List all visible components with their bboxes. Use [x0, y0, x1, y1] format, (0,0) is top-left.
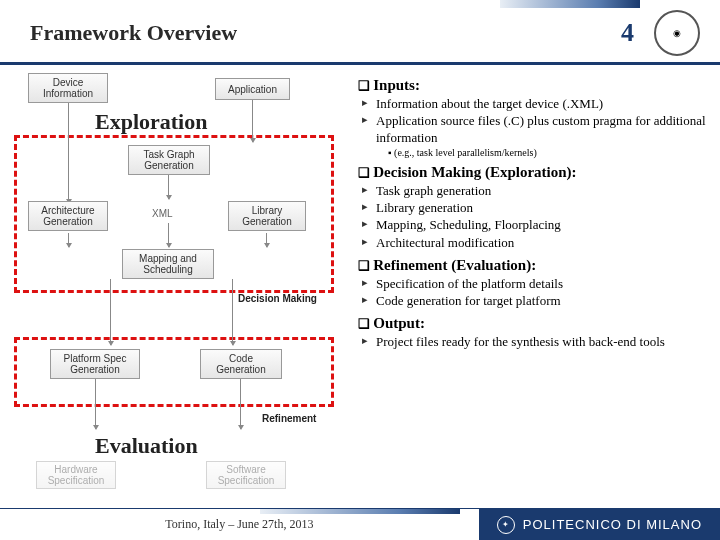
- arrow-icon: [110, 279, 111, 345]
- phase-decision-label: Decision Making: [238, 293, 317, 304]
- node-device-info: Device Information: [28, 73, 108, 103]
- arrow-icon: [68, 233, 69, 247]
- footer-org-label: POLITECNICO DI MILANO: [523, 517, 702, 532]
- decision-item: Library generation: [376, 200, 710, 216]
- slide-body: Device Information Application Explorati…: [0, 65, 720, 493]
- section-inputs: Inputs: Information about the target dev…: [358, 77, 710, 158]
- arrow-icon: [266, 233, 267, 247]
- text-column: Inputs: Information about the target dev…: [350, 73, 710, 493]
- node-lib-gen: Library Generation: [228, 201, 306, 231]
- label-evaluation: Evaluation: [95, 433, 198, 459]
- slide-title: Framework Overview: [30, 20, 621, 46]
- page-number: 4: [621, 18, 634, 48]
- section-decision: Decision Making (Exploration): Task grap…: [358, 164, 710, 251]
- section-title: Output:: [358, 315, 710, 332]
- node-hw-spec: Hardware Specification: [36, 461, 116, 489]
- slide-footer: Torino, Italy – June 27th, 2013 ✦ POLITE…: [0, 508, 720, 540]
- refinement-item: Code generation for target platform: [376, 293, 710, 309]
- arrow-icon: [95, 379, 96, 429]
- section-title: Decision Making (Exploration):: [358, 164, 710, 181]
- decision-item: Task graph generation: [376, 183, 710, 199]
- section-output: Output: Project files ready for the synt…: [358, 315, 710, 350]
- node-task-graph: Task Graph Generation: [128, 145, 210, 175]
- section-refinement: Refinement (Evaluation): Specification o…: [358, 257, 710, 310]
- inputs-item: Information about the target device (.XM…: [376, 96, 710, 112]
- framework-diagram: Device Information Application Explorati…: [10, 73, 340, 493]
- inputs-note: (e.g., task level parallelism/kernels): [358, 147, 710, 158]
- footer-org: ✦ POLITECNICO DI MILANO: [479, 509, 720, 541]
- label-exploration: Exploration: [95, 109, 207, 135]
- refinement-item: Specification of the platform details: [376, 276, 710, 292]
- node-platform-spec: Platform Spec Generation: [50, 349, 140, 379]
- polimi-logo-icon: ✦: [497, 516, 515, 534]
- arrow-icon: [240, 379, 241, 429]
- arrow-icon: [168, 175, 169, 199]
- arrow-icon: [252, 100, 253, 142]
- section-title: Inputs:: [358, 77, 710, 94]
- inputs-item: Application source files (.C) plus custo…: [376, 113, 710, 146]
- node-code-gen: Code Generation: [200, 349, 282, 379]
- slide-header: Framework Overview 4 ◉: [0, 0, 720, 65]
- node-arch-gen: Architecture Generation: [28, 201, 108, 231]
- decision-item: Architectural modification: [376, 235, 710, 251]
- node-application: Application: [215, 78, 290, 100]
- node-sw-spec: Software Specification: [206, 461, 286, 489]
- university-seal-icon: ◉: [654, 10, 700, 56]
- arrow-icon: [232, 279, 233, 345]
- header-gradient: [500, 0, 640, 8]
- output-item: Project files ready for the synthesis wi…: [376, 334, 710, 350]
- decision-item: Mapping, Scheduling, Floorplacing: [376, 217, 710, 233]
- phase-refine-label: Refinement: [262, 413, 316, 424]
- arrow-icon: [68, 103, 69, 203]
- node-mapping: Mapping and Scheduling: [122, 249, 214, 279]
- section-title: Refinement (Evaluation):: [358, 257, 710, 274]
- footer-venue: Torino, Italy – June 27th, 2013: [0, 517, 479, 532]
- diagram-column: Device Information Application Explorati…: [10, 73, 350, 493]
- arrow-icon: [168, 223, 169, 247]
- node-xml: XML: [152, 208, 173, 219]
